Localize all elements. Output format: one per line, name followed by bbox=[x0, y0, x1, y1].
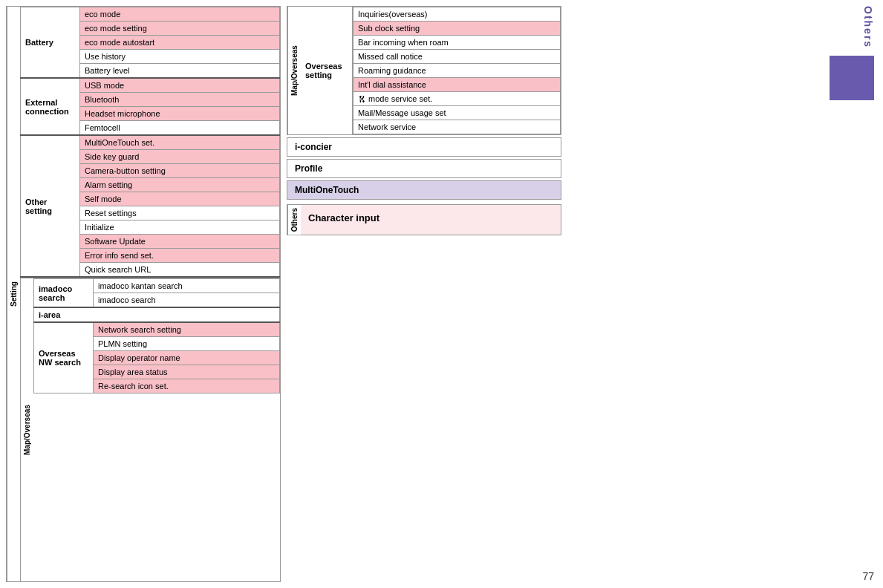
others-side-label: Others bbox=[862, 6, 874, 48]
quick-search-url-item: Quick search URL bbox=[80, 263, 280, 278]
page-number: 77 bbox=[862, 570, 874, 582]
usb-mode-item: USB mode bbox=[80, 78, 280, 93]
map-overseas-right-label: Map/Overseas bbox=[287, 7, 301, 134]
self-mode-item: Self mode bbox=[80, 192, 280, 206]
network-service-item: Network service bbox=[353, 120, 561, 134]
side-key-guard-item: Side key guard bbox=[80, 150, 280, 164]
profile-row: Profile bbox=[287, 159, 561, 178]
imadoco-search-item: imadoco search bbox=[94, 293, 280, 308]
external-connection-label: Externalconnection bbox=[21, 78, 80, 135]
character-input-item: Character input bbox=[301, 205, 561, 235]
overseas-nw-search-label: OverseasNW search bbox=[34, 322, 94, 393]
sub-clock-setting-item: Sub clock setting bbox=[353, 22, 561, 36]
battery-label: Battery bbox=[21, 7, 80, 79]
purple-decoration bbox=[830, 56, 874, 100]
battery-level-item: Battery level bbox=[80, 64, 280, 79]
mode-service-set-item: ⛕ mode service set. bbox=[353, 92, 561, 106]
initialize-item: Initialize bbox=[80, 220, 280, 235]
multionetouch-row: MultiOneTouch bbox=[287, 180, 561, 200]
headset-microphone-item: Headset microphone bbox=[80, 107, 280, 121]
re-search-icon-set-item: Re-search icon set. bbox=[94, 379, 280, 393]
roaming-guidance-item: Roaming guidance bbox=[353, 64, 561, 78]
others-vertical-label: Others bbox=[287, 205, 301, 235]
imadoco-kantan-item: imadoco kantan search bbox=[94, 279, 280, 293]
imadoco-search-label: imadocosearch bbox=[34, 279, 94, 308]
eco-mode-setting-item: eco mode setting bbox=[80, 22, 280, 36]
eco-mode-autostart-item: eco mode autostart bbox=[80, 36, 280, 50]
inquiries-overseas-item: Inquiries(overseas) bbox=[353, 7, 561, 22]
reset-settings-item: Reset settings bbox=[80, 206, 280, 220]
other-setting-label: Othersetting bbox=[21, 135, 80, 277]
software-update-item: Software Update bbox=[80, 235, 280, 249]
i-concier-row: i-concier bbox=[287, 137, 561, 157]
missed-call-notice-item: Missed call notice bbox=[353, 50, 561, 64]
display-operator-name-item: Display operator name bbox=[94, 351, 280, 365]
multionetouch-set-item: MultiOneTouch set. bbox=[80, 135, 280, 150]
error-info-send-item: Error info send set. bbox=[80, 249, 280, 263]
camera-button-setting-item: Camera-button setting bbox=[80, 164, 280, 178]
femtocell-item: Femtocell bbox=[80, 121, 280, 136]
i-area-label: i-area bbox=[34, 307, 280, 322]
overseas-setting-label: Overseassetting bbox=[301, 7, 353, 134]
intl-dial-assistance-item: Int'l dial assistance bbox=[353, 78, 561, 92]
mail-message-usage-set-item: Mail/Message usage set bbox=[353, 106, 561, 120]
network-search-setting-item: Network search setting bbox=[94, 322, 280, 337]
setting-vertical-label: Setting bbox=[7, 7, 20, 581]
display-area-status-item: Display area status bbox=[94, 365, 280, 379]
plmn-setting-item: PLMN setting bbox=[94, 337, 280, 351]
bluetooth-item: Bluetooth bbox=[80, 93, 280, 107]
map-overseas-left-label: Map/Overseas bbox=[20, 278, 33, 581]
use-history-item: Use history bbox=[80, 50, 280, 64]
eco-mode-item: eco mode bbox=[80, 7, 280, 22]
alarm-setting-item: Alarm setting bbox=[80, 178, 280, 192]
bar-incoming-when-roam-item: Bar incoming when roam bbox=[353, 36, 561, 50]
